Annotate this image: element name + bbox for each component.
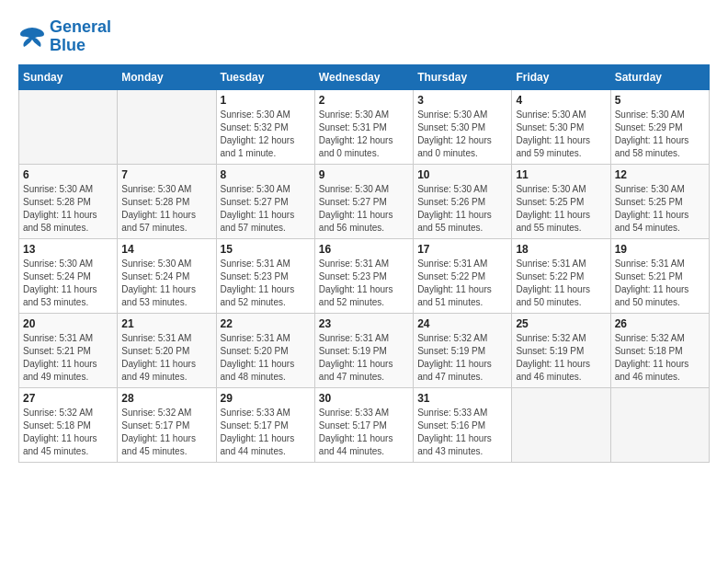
day-number: 29 bbox=[221, 392, 311, 405]
logo: General Blue bbox=[18, 18, 111, 55]
day-number: 23 bbox=[319, 317, 409, 330]
calendar-table: SundayMondayTuesdayWednesdayThursdayFrid… bbox=[18, 64, 710, 463]
day-info: Sunrise: 5:31 AMSunset: 5:21 PMDaylight:… bbox=[23, 332, 113, 384]
page-header: General Blue bbox=[18, 18, 710, 55]
calendar-cell: 21Sunrise: 5:31 AMSunset: 5:20 PMDayligh… bbox=[118, 313, 216, 387]
calendar-week-4: 20Sunrise: 5:31 AMSunset: 5:21 PMDayligh… bbox=[19, 313, 710, 387]
day-info: Sunrise: 5:30 AMSunset: 5:27 PMDaylight:… bbox=[221, 183, 311, 235]
calendar-cell: 24Sunrise: 5:32 AMSunset: 5:19 PMDayligh… bbox=[414, 313, 512, 387]
calendar-cell: 19Sunrise: 5:31 AMSunset: 5:21 PMDayligh… bbox=[610, 238, 709, 313]
calendar-week-3: 13Sunrise: 5:30 AMSunset: 5:24 PMDayligh… bbox=[19, 238, 710, 313]
day-number: 9 bbox=[319, 168, 409, 181]
day-number: 16 bbox=[319, 243, 409, 256]
day-number: 12 bbox=[615, 168, 705, 181]
calendar-cell: 25Sunrise: 5:32 AMSunset: 5:19 PMDayligh… bbox=[512, 313, 610, 387]
calendar-cell bbox=[118, 89, 216, 164]
day-number: 28 bbox=[121, 392, 211, 405]
day-number: 15 bbox=[221, 243, 311, 256]
calendar-cell: 12Sunrise: 5:30 AMSunset: 5:25 PMDayligh… bbox=[610, 164, 709, 238]
day-number: 2 bbox=[319, 94, 409, 107]
day-info: Sunrise: 5:31 AMSunset: 5:20 PMDaylight:… bbox=[121, 332, 211, 384]
day-info: Sunrise: 5:32 AMSunset: 5:18 PMDaylight:… bbox=[615, 332, 705, 384]
calendar-cell: 13Sunrise: 5:30 AMSunset: 5:24 PMDayligh… bbox=[19, 238, 118, 313]
calendar-week-2: 6Sunrise: 5:30 AMSunset: 5:28 PMDaylight… bbox=[19, 164, 710, 238]
calendar-cell: 5Sunrise: 5:30 AMSunset: 5:29 PMDaylight… bbox=[610, 89, 709, 164]
day-number: 25 bbox=[516, 317, 606, 330]
day-number: 11 bbox=[516, 168, 606, 181]
day-number: 26 bbox=[615, 317, 705, 330]
weekday-header-saturday: Saturday bbox=[610, 64, 709, 89]
day-number: 18 bbox=[516, 243, 606, 256]
day-info: Sunrise: 5:30 AMSunset: 5:30 PMDaylight:… bbox=[516, 109, 606, 160]
weekday-header-monday: Monday bbox=[118, 64, 216, 89]
day-info: Sunrise: 5:30 AMSunset: 5:28 PMDaylight:… bbox=[121, 183, 211, 235]
calendar-cell: 3Sunrise: 5:30 AMSunset: 5:30 PMDaylight… bbox=[414, 89, 512, 164]
day-number: 30 bbox=[319, 392, 409, 405]
day-number: 5 bbox=[615, 94, 705, 107]
day-number: 1 bbox=[221, 94, 311, 107]
day-number: 3 bbox=[417, 94, 507, 107]
calendar-week-1: 1Sunrise: 5:30 AMSunset: 5:32 PMDaylight… bbox=[19, 89, 710, 164]
day-info: Sunrise: 5:33 AMSunset: 5:17 PMDaylight:… bbox=[221, 407, 311, 458]
calendar-cell: 27Sunrise: 5:32 AMSunset: 5:18 PMDayligh… bbox=[19, 387, 118, 462]
day-number: 31 bbox=[417, 392, 507, 405]
day-info: Sunrise: 5:30 AMSunset: 5:29 PMDaylight:… bbox=[615, 109, 705, 160]
weekday-header-friday: Friday bbox=[512, 64, 610, 89]
day-info: Sunrise: 5:31 AMSunset: 5:19 PMDaylight:… bbox=[319, 332, 409, 384]
logo-icon bbox=[18, 23, 46, 51]
day-info: Sunrise: 5:32 AMSunset: 5:19 PMDaylight:… bbox=[417, 332, 507, 384]
calendar-cell: 7Sunrise: 5:30 AMSunset: 5:28 PMDaylight… bbox=[118, 164, 216, 238]
day-number: 13 bbox=[23, 243, 113, 256]
day-info: Sunrise: 5:30 AMSunset: 5:32 PMDaylight:… bbox=[221, 109, 311, 160]
day-number: 20 bbox=[23, 317, 113, 330]
day-info: Sunrise: 5:31 AMSunset: 5:22 PMDaylight:… bbox=[516, 258, 606, 309]
calendar-cell: 29Sunrise: 5:33 AMSunset: 5:17 PMDayligh… bbox=[216, 387, 314, 462]
calendar-cell: 17Sunrise: 5:31 AMSunset: 5:22 PMDayligh… bbox=[414, 238, 512, 313]
calendar-cell bbox=[19, 89, 118, 164]
day-info: Sunrise: 5:30 AMSunset: 5:27 PMDaylight:… bbox=[319, 183, 409, 235]
day-info: Sunrise: 5:33 AMSunset: 5:16 PMDaylight:… bbox=[417, 407, 507, 458]
day-info: Sunrise: 5:30 AMSunset: 5:28 PMDaylight:… bbox=[23, 183, 113, 235]
calendar-header: SundayMondayTuesdayWednesdayThursdayFrid… bbox=[19, 64, 710, 89]
calendar-cell bbox=[610, 387, 709, 462]
calendar-cell: 26Sunrise: 5:32 AMSunset: 5:18 PMDayligh… bbox=[610, 313, 709, 387]
day-info: Sunrise: 5:31 AMSunset: 5:21 PMDaylight:… bbox=[615, 258, 705, 309]
logo-text: General Blue bbox=[50, 18, 111, 55]
day-number: 24 bbox=[417, 317, 507, 330]
day-number: 10 bbox=[417, 168, 507, 181]
calendar-cell: 6Sunrise: 5:30 AMSunset: 5:28 PMDaylight… bbox=[19, 164, 118, 238]
day-number: 27 bbox=[23, 392, 113, 405]
day-info: Sunrise: 5:31 AMSunset: 5:22 PMDaylight:… bbox=[417, 258, 507, 309]
calendar-cell: 15Sunrise: 5:31 AMSunset: 5:23 PMDayligh… bbox=[216, 238, 314, 313]
calendar-cell: 1Sunrise: 5:30 AMSunset: 5:32 PMDaylight… bbox=[216, 89, 314, 164]
day-info: Sunrise: 5:32 AMSunset: 5:19 PMDaylight:… bbox=[516, 332, 606, 384]
calendar-cell: 18Sunrise: 5:31 AMSunset: 5:22 PMDayligh… bbox=[512, 238, 610, 313]
calendar-cell: 9Sunrise: 5:30 AMSunset: 5:27 PMDaylight… bbox=[314, 164, 413, 238]
day-number: 7 bbox=[121, 168, 211, 181]
calendar-cell: 23Sunrise: 5:31 AMSunset: 5:19 PMDayligh… bbox=[314, 313, 413, 387]
calendar-cell: 30Sunrise: 5:33 AMSunset: 5:17 PMDayligh… bbox=[314, 387, 413, 462]
calendar-cell: 20Sunrise: 5:31 AMSunset: 5:21 PMDayligh… bbox=[19, 313, 118, 387]
day-number: 21 bbox=[121, 317, 211, 330]
day-info: Sunrise: 5:31 AMSunset: 5:23 PMDaylight:… bbox=[319, 258, 409, 309]
calendar-cell bbox=[512, 387, 610, 462]
day-info: Sunrise: 5:33 AMSunset: 5:17 PMDaylight:… bbox=[319, 407, 409, 458]
day-number: 19 bbox=[615, 243, 705, 256]
calendar-cell: 11Sunrise: 5:30 AMSunset: 5:25 PMDayligh… bbox=[512, 164, 610, 238]
day-number: 22 bbox=[221, 317, 311, 330]
day-info: Sunrise: 5:30 AMSunset: 5:25 PMDaylight:… bbox=[516, 183, 606, 235]
day-number: 4 bbox=[516, 94, 606, 107]
calendar-week-5: 27Sunrise: 5:32 AMSunset: 5:18 PMDayligh… bbox=[19, 387, 710, 462]
weekday-header-tuesday: Tuesday bbox=[216, 64, 314, 89]
calendar-cell: 28Sunrise: 5:32 AMSunset: 5:17 PMDayligh… bbox=[118, 387, 216, 462]
weekday-header-sunday: Sunday bbox=[19, 64, 118, 89]
day-info: Sunrise: 5:31 AMSunset: 5:23 PMDaylight:… bbox=[221, 258, 311, 309]
day-info: Sunrise: 5:30 AMSunset: 5:25 PMDaylight:… bbox=[615, 183, 705, 235]
day-info: Sunrise: 5:30 AMSunset: 5:24 PMDaylight:… bbox=[121, 258, 211, 309]
day-number: 8 bbox=[221, 168, 311, 181]
calendar-cell: 4Sunrise: 5:30 AMSunset: 5:30 PMDaylight… bbox=[512, 89, 610, 164]
weekday-header-thursday: Thursday bbox=[414, 64, 512, 89]
day-info: Sunrise: 5:30 AMSunset: 5:24 PMDaylight:… bbox=[23, 258, 113, 309]
day-number: 14 bbox=[121, 243, 211, 256]
calendar-cell: 10Sunrise: 5:30 AMSunset: 5:26 PMDayligh… bbox=[414, 164, 512, 238]
